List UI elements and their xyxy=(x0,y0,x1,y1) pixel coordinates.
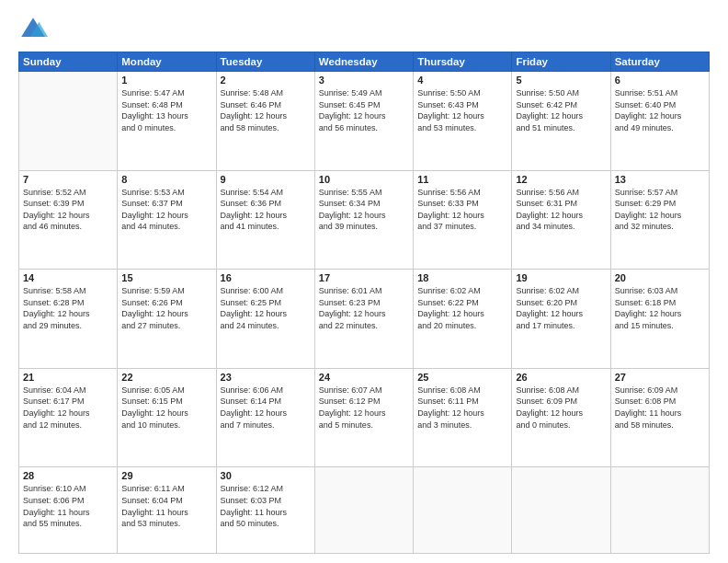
calendar-cell: 29Sunrise: 6:11 AMSunset: 6:04 PMDayligh… xyxy=(118,467,216,554)
calendar-cell: 10Sunrise: 5:55 AMSunset: 6:34 PMDayligh… xyxy=(314,170,413,270)
day-info: Sunrise: 5:54 AMSunset: 6:36 PMDaylight:… xyxy=(221,187,311,233)
calendar-cell xyxy=(19,72,118,171)
calendar-cell: 7Sunrise: 5:52 AMSunset: 6:39 PMDaylight… xyxy=(19,170,118,270)
calendar-week-row: 21Sunrise: 6:04 AMSunset: 6:17 PMDayligh… xyxy=(19,368,710,467)
day-number: 5 xyxy=(516,75,606,86)
weekday-header: Monday xyxy=(118,52,216,72)
day-info: Sunrise: 5:50 AMSunset: 6:43 PMDaylight:… xyxy=(417,87,507,133)
calendar-table: SundayMondayTuesdayWednesdayThursdayFrid… xyxy=(18,52,710,554)
calendar-cell: 6Sunrise: 5:51 AMSunset: 6:40 PMDaylight… xyxy=(610,72,709,171)
calendar-cell: 4Sunrise: 5:50 AMSunset: 6:43 PMDaylight… xyxy=(414,72,512,171)
day-number: 4 xyxy=(417,75,507,86)
calendar-cell: 26Sunrise: 6:08 AMSunset: 6:09 PMDayligh… xyxy=(512,368,610,467)
day-info: Sunrise: 5:55 AMSunset: 6:34 PMDaylight:… xyxy=(319,187,409,233)
calendar-cell xyxy=(610,467,709,554)
calendar-cell: 28Sunrise: 6:10 AMSunset: 6:06 PMDayligh… xyxy=(19,467,118,554)
day-number: 20 xyxy=(615,272,705,283)
day-info: Sunrise: 6:03 AMSunset: 6:18 PMDaylight:… xyxy=(615,285,705,331)
weekday-header: Thursday xyxy=(414,52,512,72)
day-number: 1 xyxy=(121,75,211,86)
day-number: 29 xyxy=(121,470,211,481)
calendar-cell: 3Sunrise: 5:49 AMSunset: 6:45 PMDaylight… xyxy=(314,72,413,171)
weekday-header: Sunday xyxy=(19,52,118,72)
day-info: Sunrise: 6:12 AMSunset: 6:03 PMDaylight:… xyxy=(221,483,311,529)
day-number: 8 xyxy=(121,174,211,185)
calendar-week-row: 7Sunrise: 5:52 AMSunset: 6:39 PMDaylight… xyxy=(19,170,710,270)
calendar-week-row: 14Sunrise: 5:58 AMSunset: 6:28 PMDayligh… xyxy=(19,270,710,369)
day-number: 25 xyxy=(417,372,507,383)
day-number: 7 xyxy=(23,174,113,185)
day-number: 24 xyxy=(319,372,409,383)
calendar-cell: 14Sunrise: 5:58 AMSunset: 6:28 PMDayligh… xyxy=(19,270,118,369)
calendar-cell: 1Sunrise: 5:47 AMSunset: 6:48 PMDaylight… xyxy=(118,72,216,171)
calendar-cell: 15Sunrise: 5:59 AMSunset: 6:26 PMDayligh… xyxy=(118,270,216,369)
calendar-cell: 23Sunrise: 6:06 AMSunset: 6:14 PMDayligh… xyxy=(216,368,314,467)
day-number: 28 xyxy=(23,470,113,481)
weekday-header: Friday xyxy=(512,52,610,72)
day-info: Sunrise: 5:51 AMSunset: 6:40 PMDaylight:… xyxy=(615,87,705,133)
day-number: 16 xyxy=(221,272,311,283)
day-number: 14 xyxy=(23,272,113,283)
calendar-cell: 13Sunrise: 5:57 AMSunset: 6:29 PMDayligh… xyxy=(610,170,709,270)
calendar-cell: 24Sunrise: 6:07 AMSunset: 6:12 PMDayligh… xyxy=(314,368,413,467)
calendar-cell: 5Sunrise: 5:50 AMSunset: 6:42 PMDaylight… xyxy=(512,72,610,171)
day-info: Sunrise: 5:56 AMSunset: 6:33 PMDaylight:… xyxy=(417,187,507,233)
day-info: Sunrise: 5:47 AMSunset: 6:48 PMDaylight:… xyxy=(121,87,211,133)
day-number: 27 xyxy=(615,372,705,383)
calendar-cell: 20Sunrise: 6:03 AMSunset: 6:18 PMDayligh… xyxy=(610,270,709,369)
calendar-cell: 17Sunrise: 6:01 AMSunset: 6:23 PMDayligh… xyxy=(314,270,413,369)
day-info: Sunrise: 5:59 AMSunset: 6:26 PMDaylight:… xyxy=(121,285,211,331)
day-info: Sunrise: 6:04 AMSunset: 6:17 PMDaylight:… xyxy=(23,385,113,431)
header xyxy=(18,15,710,44)
day-info: Sunrise: 5:53 AMSunset: 6:37 PMDaylight:… xyxy=(121,187,211,233)
calendar-cell: 11Sunrise: 5:56 AMSunset: 6:33 PMDayligh… xyxy=(414,170,512,270)
calendar-cell: 12Sunrise: 5:56 AMSunset: 6:31 PMDayligh… xyxy=(512,170,610,270)
day-info: Sunrise: 6:08 AMSunset: 6:11 PMDaylight:… xyxy=(417,385,507,431)
day-number: 18 xyxy=(417,272,507,283)
day-info: Sunrise: 5:58 AMSunset: 6:28 PMDaylight:… xyxy=(23,285,113,331)
day-info: Sunrise: 6:08 AMSunset: 6:09 PMDaylight:… xyxy=(516,385,606,431)
day-number: 3 xyxy=(319,75,409,86)
calendar-cell xyxy=(314,467,413,554)
calendar-cell: 18Sunrise: 6:02 AMSunset: 6:22 PMDayligh… xyxy=(414,270,512,369)
day-info: Sunrise: 6:02 AMSunset: 6:20 PMDaylight:… xyxy=(516,285,606,331)
day-info: Sunrise: 6:09 AMSunset: 6:08 PMDaylight:… xyxy=(615,385,705,431)
day-number: 2 xyxy=(221,75,311,86)
day-number: 21 xyxy=(23,372,113,383)
day-number: 13 xyxy=(615,174,705,185)
day-number: 26 xyxy=(516,372,606,383)
day-number: 9 xyxy=(221,174,311,185)
calendar-cell: 21Sunrise: 6:04 AMSunset: 6:17 PMDayligh… xyxy=(19,368,118,467)
day-number: 23 xyxy=(221,372,311,383)
weekday-header: Saturday xyxy=(610,52,709,72)
calendar-week-row: 1Sunrise: 5:47 AMSunset: 6:48 PMDaylight… xyxy=(19,72,710,171)
calendar-cell: 9Sunrise: 5:54 AMSunset: 6:36 PMDaylight… xyxy=(216,170,314,270)
logo xyxy=(18,15,51,44)
calendar-cell: 8Sunrise: 5:53 AMSunset: 6:37 PMDaylight… xyxy=(118,170,216,270)
day-number: 30 xyxy=(221,470,311,481)
day-number: 19 xyxy=(516,272,606,283)
day-info: Sunrise: 6:10 AMSunset: 6:06 PMDaylight:… xyxy=(23,483,113,529)
day-info: Sunrise: 5:52 AMSunset: 6:39 PMDaylight:… xyxy=(23,187,113,233)
calendar-cell: 30Sunrise: 6:12 AMSunset: 6:03 PMDayligh… xyxy=(216,467,314,554)
day-info: Sunrise: 5:48 AMSunset: 6:46 PMDaylight:… xyxy=(221,87,311,133)
calendar-cell: 27Sunrise: 6:09 AMSunset: 6:08 PMDayligh… xyxy=(610,368,709,467)
day-info: Sunrise: 6:07 AMSunset: 6:12 PMDaylight:… xyxy=(319,385,409,431)
day-info: Sunrise: 6:01 AMSunset: 6:23 PMDaylight:… xyxy=(319,285,409,331)
calendar-cell xyxy=(512,467,610,554)
day-info: Sunrise: 6:05 AMSunset: 6:15 PMDaylight:… xyxy=(121,385,211,431)
day-info: Sunrise: 5:56 AMSunset: 6:31 PMDaylight:… xyxy=(516,187,606,233)
logo-icon xyxy=(18,15,48,44)
day-number: 15 xyxy=(121,272,211,283)
day-info: Sunrise: 5:50 AMSunset: 6:42 PMDaylight:… xyxy=(516,87,606,133)
weekday-header-row: SundayMondayTuesdayWednesdayThursdayFrid… xyxy=(19,52,710,72)
day-info: Sunrise: 6:11 AMSunset: 6:04 PMDaylight:… xyxy=(121,483,211,529)
day-number: 17 xyxy=(319,272,409,283)
day-info: Sunrise: 6:00 AMSunset: 6:25 PMDaylight:… xyxy=(221,285,311,331)
weekday-header: Tuesday xyxy=(216,52,314,72)
weekday-header: Wednesday xyxy=(314,52,413,72)
day-info: Sunrise: 5:49 AMSunset: 6:45 PMDaylight:… xyxy=(319,87,409,133)
calendar-cell: 25Sunrise: 6:08 AMSunset: 6:11 PMDayligh… xyxy=(414,368,512,467)
day-info: Sunrise: 6:02 AMSunset: 6:22 PMDaylight:… xyxy=(417,285,507,331)
calendar-cell xyxy=(414,467,512,554)
